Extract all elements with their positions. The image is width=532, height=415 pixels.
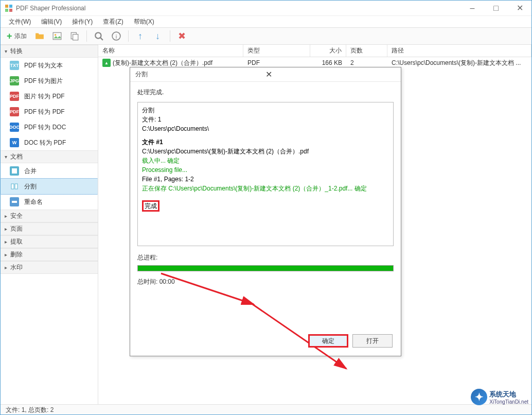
svg-rect-4 <box>53 32 61 40</box>
col-path[interactable]: 路径 <box>387 45 531 57</box>
search-button[interactable] <box>91 29 107 43</box>
sidebar-item-pdf2pdf[interactable]: PDFPDF 转为 PDF <box>1 104 98 119</box>
svg-rect-13 <box>11 184 14 189</box>
sidebar-item-merge[interactable]: 合并 <box>1 163 98 179</box>
log-output[interactable]: 分割 文件: 1 C:\Users\pc\Documents\ 文件 #1 C:… <box>137 102 394 246</box>
menu-bar: 文件(W) 编辑(V) 操作(Y) 查看(Z) 帮助(X) <box>1 16 531 27</box>
category-extract[interactable]: ▸提取 <box>1 235 98 248</box>
svg-rect-1 <box>9 5 12 8</box>
svg-line-9 <box>100 38 103 40</box>
svg-text:i: i <box>115 33 117 40</box>
chevron-right-icon: ▸ <box>5 252 7 257</box>
category-docs[interactable]: ▾文档 <box>1 150 98 163</box>
done-highlight: 完成 <box>142 200 159 212</box>
sidebar-item-pdf2txt[interactable]: TXTPDF 转为文本 <box>1 58 98 73</box>
svg-point-8 <box>95 32 101 38</box>
col-name[interactable]: 名称 <box>98 45 243 57</box>
column-headers: 名称 类型 大小 页数 路径 <box>98 45 531 57</box>
up-button[interactable]: ↑ <box>133 29 148 43</box>
svg-rect-7 <box>73 34 78 40</box>
status-text: 文件: 1, 总页数: 2 <box>6 406 54 414</box>
toolbar: +添加 i ↑ ↓ ✖ <box>1 27 531 45</box>
menu-view[interactable]: 查看(Z) <box>99 16 127 27</box>
merge-icon <box>10 166 19 176</box>
split-icon <box>10 182 19 191</box>
info-icon: i <box>112 31 121 41</box>
folder-button[interactable] <box>32 29 47 43</box>
svg-rect-12 <box>12 168 17 174</box>
dialog-title: 分割 <box>135 70 262 79</box>
svg-rect-3 <box>9 9 12 12</box>
toolbar-separator <box>170 30 170 42</box>
sidebar-item-split[interactable]: 分割 <box>1 178 98 195</box>
dialog-close-button[interactable]: ✕ <box>262 70 396 79</box>
image-icon <box>52 31 62 41</box>
delete-button[interactable]: ✖ <box>174 29 190 43</box>
pdf-file-icon: ▲ <box>102 59 111 67</box>
minimize-button[interactable]: – <box>460 1 484 16</box>
rename-icon <box>10 197 19 206</box>
status-bar: 文件: 1, 总页数: 2 <box>1 404 531 415</box>
svg-point-5 <box>54 34 56 36</box>
image-button[interactable] <box>49 29 65 43</box>
toolbar-separator <box>86 30 87 42</box>
toolbar-separator <box>128 30 129 42</box>
add-label: 添加 <box>14 32 27 41</box>
title-bar: PDF Shaper Professional – □ ✕ <box>1 1 531 16</box>
progress-label: 总进程: <box>137 253 394 262</box>
chevron-down-icon: ▾ <box>5 48 7 54</box>
pdf-icon: PDF <box>10 107 19 116</box>
time-label: 总时间: 00:00 <box>137 278 394 286</box>
delete-icon: ✖ <box>178 31 187 41</box>
category-watermark[interactable]: ▸水印 <box>1 261 98 274</box>
open-button[interactable]: 打开 <box>352 334 393 348</box>
word-icon: W <box>10 138 19 147</box>
sidebar-item-pdf2doc[interactable]: DOCPDF 转为 DOC <box>1 119 98 135</box>
copy-icon <box>70 31 79 41</box>
svg-rect-2 <box>5 9 8 12</box>
sidebar: ▾转换 TXTPDF 转为文本 JPGPDF 转为图片 PDF图片 转为 PDF… <box>1 45 98 404</box>
chevron-right-icon: ▸ <box>5 265 7 270</box>
chevron-right-icon: ▸ <box>5 213 7 219</box>
app-title: PDF Shaper Professional <box>16 5 460 12</box>
col-type[interactable]: 类型 <box>243 45 310 57</box>
sidebar-item-doc2pdf[interactable]: WDOC 转为 PDF <box>1 135 98 150</box>
copy-button[interactable] <box>67 29 82 43</box>
svg-rect-15 <box>12 201 17 203</box>
globe-icon: ✦ <box>471 389 487 405</box>
menu-edit[interactable]: 编辑(V) <box>37 16 66 27</box>
sidebar-item-rename[interactable]: 重命名 <box>1 194 98 210</box>
chevron-right-icon: ▸ <box>5 226 7 232</box>
close-button[interactable]: ✕ <box>508 1 531 16</box>
chevron-down-icon: ▾ <box>5 154 7 160</box>
folder-icon <box>35 31 44 41</box>
col-size[interactable]: 大小 <box>310 45 346 57</box>
menu-action[interactable]: 操作(Y) <box>68 16 97 27</box>
maximize-button[interactable]: □ <box>484 1 508 16</box>
app-icon <box>5 4 13 12</box>
col-pages[interactable]: 页数 <box>346 45 387 57</box>
category-pages[interactable]: ▸页面 <box>1 222 98 235</box>
svg-rect-14 <box>15 184 17 189</box>
progress-bar <box>137 265 394 271</box>
search-icon <box>94 31 103 41</box>
sidebar-item-img2pdf[interactable]: PDF图片 转为 PDF <box>1 89 98 104</box>
category-security[interactable]: ▸安全 <box>1 210 98 222</box>
jpg-icon: JPG <box>10 76 19 85</box>
dialog-titlebar[interactable]: 分割 ✕ <box>130 67 401 82</box>
sidebar-item-pdf2img[interactable]: JPGPDF 转为图片 <box>1 73 98 89</box>
arrow-down-icon: ↓ <box>153 31 163 41</box>
pdf-icon: PDF <box>10 92 19 101</box>
info-button[interactable]: i <box>109 29 124 43</box>
add-button[interactable]: +添加 <box>4 29 30 44</box>
menu-file[interactable]: 文件(W) <box>5 16 35 27</box>
menu-help[interactable]: 帮助(X) <box>130 16 158 27</box>
dialog-status: 处理完成. <box>137 88 394 97</box>
ok-button[interactable]: 确定 <box>308 334 348 348</box>
chevron-right-icon: ▸ <box>5 239 7 245</box>
category-convert[interactable]: ▾转换 <box>1 45 98 58</box>
dialog-body: 处理完成. 分割 文件: 1 C:\Users\pc\Documents\ 文件… <box>130 82 401 292</box>
down-button[interactable]: ↓ <box>150 29 166 43</box>
category-delete[interactable]: ▸删除 <box>1 248 98 261</box>
doc-icon: DOC <box>10 123 19 132</box>
